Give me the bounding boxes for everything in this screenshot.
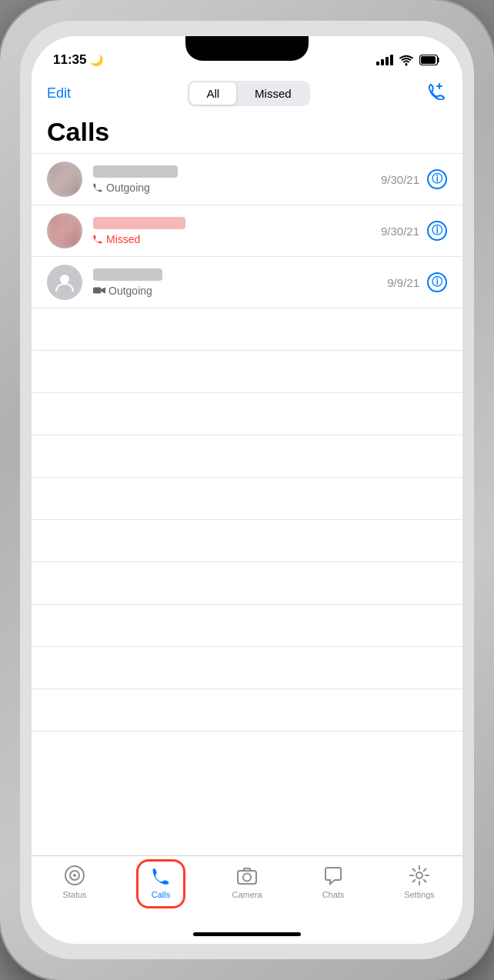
tab-camera[interactable]: Camera [204, 864, 290, 899]
call-item[interactable]: Outgoing 9/9/21 ⓘ [32, 257, 462, 308]
tab-settings[interactable]: Settings [376, 864, 462, 899]
call-type: Outgoing [93, 285, 387, 297]
person-icon [54, 272, 75, 293]
status-time: 11:35 🌙 [53, 52, 103, 68]
camera-tab-label: Camera [232, 890, 262, 899]
phone-call-icon [93, 182, 103, 192]
page-title: Calls [47, 114, 447, 153]
home-indicator [193, 932, 301, 936]
info-button-3[interactable]: ⓘ [427, 272, 447, 292]
phone-inner: 11:35 🌙 [20, 21, 474, 959]
missed-call-icon [93, 234, 103, 244]
call-info: Outgoing [93, 268, 387, 297]
contact-photo [47, 213, 82, 248]
call-item[interactable]: Missed 9/30/21 ⓘ [32, 205, 462, 257]
call-type: Outgoing [93, 182, 381, 194]
call-list: Outgoing 9/30/21 ⓘ [32, 154, 462, 855]
avatar [47, 162, 82, 197]
contact-name [93, 268, 162, 281]
settings-tab-label: Settings [404, 890, 435, 899]
contact-name [93, 165, 178, 178]
empty-row [32, 647, 462, 689]
empty-row [32, 435, 462, 478]
status-right [376, 55, 441, 66]
camera-icon [235, 864, 259, 887]
svg-point-3 [60, 275, 69, 284]
header: Edit All Missed Calls [32, 75, 462, 153]
call-item[interactable]: Outgoing 9/30/21 ⓘ [32, 154, 462, 205]
call-date-1: 9/30/21 [381, 173, 419, 186]
empty-row [32, 605, 462, 647]
call-meta: 9/30/21 ⓘ [381, 169, 447, 189]
svg-point-0 [406, 63, 408, 65]
tab-chats[interactable]: Chats [290, 864, 376, 899]
signal-icon [376, 55, 393, 65]
missed-label: Missed [106, 233, 140, 245]
call-date-3: 9/9/21 [387, 276, 419, 289]
svg-rect-2 [421, 56, 436, 64]
empty-row [32, 689, 462, 732]
tab-bar: Status Calls [32, 855, 462, 932]
edit-button[interactable]: Edit [47, 85, 71, 102]
video-call-icon [93, 285, 105, 295]
battery-icon [419, 55, 441, 65]
empty-row [32, 478, 462, 520]
tab-status[interactable]: Status [32, 864, 118, 899]
call-info: Outgoing [93, 165, 381, 194]
notch [185, 36, 309, 61]
svg-point-9 [243, 874, 251, 882]
outgoing-label-3: Outgoing [108, 285, 152, 297]
contact-photo [47, 162, 82, 197]
empty-row [32, 351, 462, 393]
settings-icon [408, 864, 431, 887]
status-tab-label: Status [62, 890, 86, 899]
outgoing-label-1: Outgoing [106, 182, 150, 194]
calls-icon [149, 864, 172, 887]
call-type-missed: Missed [93, 233, 381, 245]
call-date-2: 9/30/21 [381, 225, 419, 238]
empty-row [32, 520, 462, 562]
chats-icon [322, 864, 345, 887]
header-top: Edit All Missed [47, 81, 447, 106]
wifi-icon [399, 55, 414, 66]
empty-row [32, 393, 462, 435]
segment-all[interactable]: All [189, 82, 236, 105]
calls-tab-label: Calls [152, 890, 170, 899]
empty-row [32, 308, 462, 351]
chats-tab-label: Chats [322, 890, 345, 899]
avatar [47, 213, 82, 248]
tab-calls[interactable]: Calls [118, 864, 204, 899]
svg-rect-4 [93, 288, 101, 294]
contact-name [93, 217, 185, 229]
status-icon [63, 864, 86, 887]
time-display: 11:35 [53, 52, 86, 68]
segment-control: All Missed [188, 81, 309, 106]
segment-missed[interactable]: Missed [238, 82, 309, 105]
call-meta: 9/9/21 ⓘ [387, 272, 447, 292]
call-info: Missed [93, 217, 381, 245]
phone-frame: 11:35 🌙 [0, 0, 494, 980]
info-button-2[interactable]: ⓘ [427, 221, 447, 241]
screen: 11:35 🌙 [32, 36, 462, 944]
new-call-icon [427, 83, 447, 100]
empty-row [32, 562, 462, 605]
call-meta: 9/30/21 ⓘ [381, 221, 447, 241]
info-button-1[interactable]: ⓘ [427, 169, 447, 189]
moon-icon: 🌙 [90, 54, 103, 66]
svg-point-10 [416, 872, 422, 878]
svg-point-7 [73, 874, 76, 877]
new-call-button[interactable] [427, 83, 447, 105]
avatar-default [47, 265, 82, 300]
